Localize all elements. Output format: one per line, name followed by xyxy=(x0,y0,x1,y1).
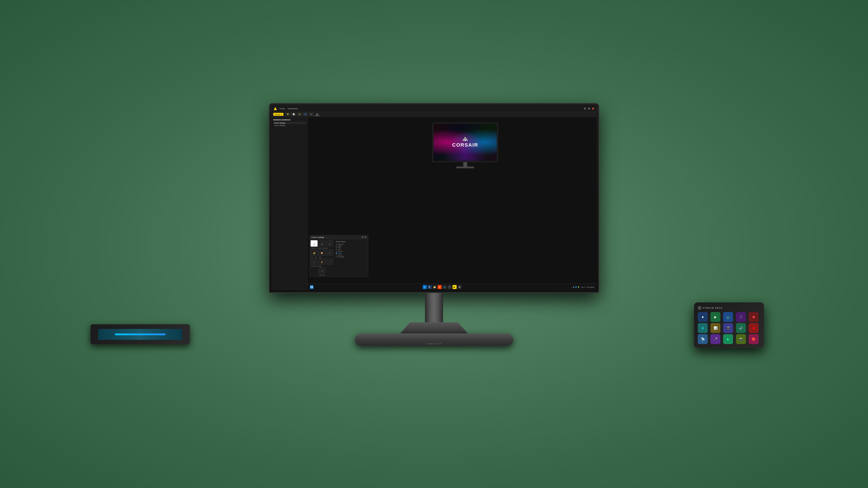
mode-ambirgb[interactable]: AmbiRGB xyxy=(336,256,366,258)
maximize-button[interactable] xyxy=(588,107,590,110)
tab-effects-icon[interactable]: ✨ xyxy=(297,112,302,116)
label-brightness: Brightness xyxy=(311,247,316,249)
tab-settings-icon[interactable]: ⚙ xyxy=(309,112,314,116)
panel-settings-btn[interactable] xyxy=(362,236,364,238)
sd-btn-14-icon: 📸 xyxy=(739,337,743,341)
contrast-cell[interactable]: ◑ xyxy=(318,240,325,247)
svg-rect-5 xyxy=(312,286,313,287)
radio-game xyxy=(336,253,337,254)
profile-select[interactable]: Default ▾ xyxy=(273,113,283,116)
minimize-button[interactable] xyxy=(584,107,586,110)
close-button[interactable] xyxy=(592,107,594,110)
monitor-screen: Home Dashboard Default ▾ xyxy=(272,105,596,290)
sd-button-4[interactable]: 🎵 xyxy=(736,312,746,322)
label-ambirgb: AmbiRGB xyxy=(338,256,344,257)
taskbar-app5-icon[interactable]: ⚙ xyxy=(458,285,462,289)
stream-deck-buttons: ● ▶ 📺 🎵 ⏹ 🖥 📊 🎬 🔊 xyxy=(698,312,760,344)
taskbar-edge-icon[interactable]: e xyxy=(423,285,427,289)
sd-button-13[interactable]: ▶ xyxy=(723,334,733,344)
label-gamma: Gamma xyxy=(311,265,315,267)
sd-btn-11-icon: 📡 xyxy=(701,337,705,341)
taskbar-app3-icon[interactable]: 🎵 xyxy=(447,285,452,289)
settings-labels-3: Gamma OD FSync xyxy=(311,265,333,267)
sidebar-sensor-settings[interactable]: Sensor Settings xyxy=(273,124,306,127)
stream-deck: STREAM DECK ● ▶ 📺 🎵 ⏹ 🖥 📊 xyxy=(694,302,764,348)
sd-button-14[interactable]: 📸 xyxy=(736,334,746,344)
sd-button-11[interactable]: 📡 xyxy=(698,334,708,344)
sd-button-6[interactable]: 🖥 xyxy=(698,323,708,333)
app-content: XENEON 32UHD144 Picture Settings Sensor … xyxy=(272,117,596,290)
sd-button-10[interactable]: ⏺ xyxy=(749,323,758,333)
device-name: XENEON 32UHD144 xyxy=(273,119,306,121)
sd-button-12[interactable]: 🎤 xyxy=(710,334,720,344)
label-od: OD xyxy=(316,265,318,267)
color-temp-cell[interactable]: 🌡 xyxy=(326,249,333,256)
svg-rect-7 xyxy=(312,287,313,288)
svg-rect-6 xyxy=(311,287,311,288)
corsair-logo-area: CORSAIR xyxy=(452,137,478,148)
label-cinema: Cinema xyxy=(338,251,343,252)
mode-cinema[interactable]: Cinema xyxy=(336,250,366,252)
radio-cinema xyxy=(336,251,337,252)
preview-screen: CORSAIR xyxy=(434,124,497,161)
settings-grid: ☀ ◑ ◈ xyxy=(311,240,333,247)
app-titlebar: Home Dashboard xyxy=(272,105,596,112)
sd-button-15[interactable]: 🔴 xyxy=(749,334,758,344)
mode-fps[interactable]: FPS xyxy=(336,247,366,249)
panel-close-btn[interactable] xyxy=(364,236,366,238)
tab-lighting-icon[interactable]: 💡 xyxy=(285,112,290,116)
mode-movie[interactable]: Movie xyxy=(336,245,366,247)
gamma-cell[interactable]: γ xyxy=(311,258,318,265)
label-fps: FPS xyxy=(338,247,341,248)
freesync-cell[interactable]: ↕ xyxy=(326,258,333,265)
overdrive-cell[interactable]: ⚡ xyxy=(318,258,325,265)
taskbar-files-icon[interactable]: 📁 xyxy=(433,285,437,289)
label-game: Game xyxy=(338,252,342,254)
settings-controls: ☀ ◑ ◈ xyxy=(311,240,333,275)
preview-stand-base xyxy=(456,166,474,168)
sd-button-9[interactable]: 🔊 xyxy=(736,323,746,333)
settings-labels-2: Hue Sat. Temp xyxy=(311,256,333,258)
mode-dce[interactable]: DCE+1 xyxy=(336,254,366,256)
picture-settings-panel: Picture Settings xyxy=(309,235,368,277)
sidebar-picture-settings[interactable]: Picture Settings xyxy=(273,122,306,124)
sd-button-1[interactable]: ● xyxy=(698,312,708,322)
tab-profiles-icon[interactable]: 👤 xyxy=(303,112,308,116)
hue-cell[interactable]: 🌈 xyxy=(311,249,318,256)
sd-button-3[interactable]: 📺 xyxy=(723,312,733,322)
sd-button-5[interactable]: ⏹ xyxy=(749,312,758,322)
sd-btn-12-icon: 🎤 xyxy=(714,337,717,341)
start-button[interactable] xyxy=(310,285,313,289)
mode-rts[interactable]: RTS xyxy=(336,249,366,250)
sharpness-cell[interactable]: ◈ xyxy=(326,240,333,247)
sd-button-7[interactable]: 📊 xyxy=(710,323,720,333)
taskbar-right: ↑↓ 🔊 🌐 🔋 12:47 12/10/2023 xyxy=(571,286,594,288)
mode-standard[interactable]: Standard xyxy=(336,243,366,245)
system-time: 12:47 xyxy=(581,286,585,288)
sd-button-2[interactable]: ▶ xyxy=(710,312,720,322)
monitor-bezel: Home Dashboard Default ▾ xyxy=(269,103,599,293)
nav-dashboard[interactable]: Dashboard xyxy=(288,107,298,110)
dropdown-icon: ▾ xyxy=(281,113,282,115)
app-main: CORSAIR Picture Settings xyxy=(308,117,596,290)
taskbar-app4-icon[interactable]: ▶ xyxy=(453,285,457,289)
reset-cell[interactable]: ↺ xyxy=(319,267,325,273)
taskbar: e 🔍 📁 ● xyxy=(308,284,596,290)
taskbar-app2-icon[interactable]: ◈ xyxy=(442,285,447,289)
tab-dashboard-icon[interactable]: ◉ xyxy=(315,112,320,116)
saturation-cell[interactable]: 🎨 xyxy=(318,249,325,256)
stream-deck-header: STREAM DECK xyxy=(698,306,760,310)
label-fs: FSync xyxy=(318,265,322,267)
tab-perf-icon[interactable]: 📈 xyxy=(291,112,296,116)
panel-controls xyxy=(362,236,366,238)
sd-button-8[interactable]: 🎬 xyxy=(723,323,733,333)
base-brand-text: CORSAIR xyxy=(426,343,442,345)
stream-deck-title: STREAM DECK xyxy=(703,307,723,309)
taskbar-app1-icon[interactable]: ● xyxy=(438,285,442,289)
brightness-cell[interactable]: ☀ xyxy=(311,240,318,247)
nav-home[interactable]: Home xyxy=(280,107,285,110)
panel-title: Picture Settings xyxy=(311,236,324,238)
radio-dce xyxy=(336,254,337,256)
taskbar-search-icon[interactable]: 🔍 xyxy=(428,285,432,289)
mode-game[interactable]: Game xyxy=(336,252,366,254)
